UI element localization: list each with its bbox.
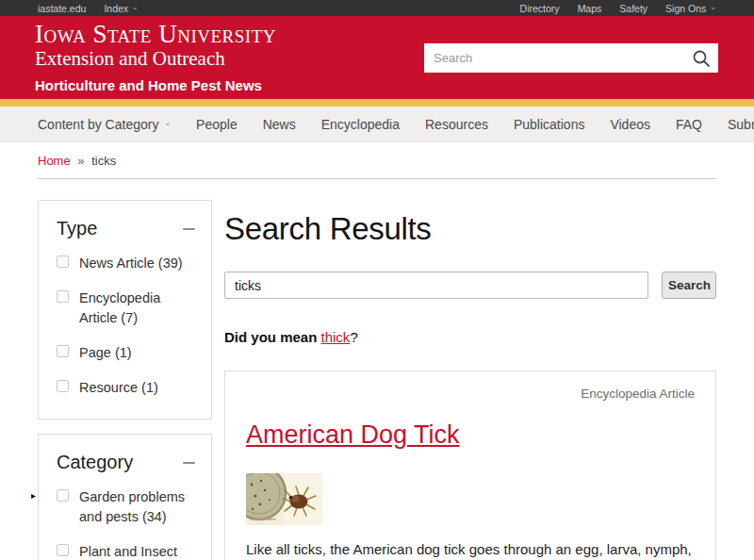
facet-category-header: Category: [53, 450, 197, 473]
expand-arrow-icon[interactable]: ▸: [31, 490, 36, 502]
search-icon[interactable]: [692, 49, 711, 72]
header-search: [424, 43, 718, 73]
nav-item-submit-a-sample[interactable]: Submit a Sample: [728, 117, 754, 132]
search-result-card: Encyclopedia Article American Dog Tick: [224, 371, 716, 560]
directory-link[interactable]: Directory: [520, 3, 560, 14]
result-thumbnail-image[interactable]: [246, 473, 322, 525]
sign-ons-label: Sign Ons: [665, 3, 706, 14]
content-layout: Type News Article (39) Encyclopedia Arti…: [38, 200, 716, 560]
breadcrumb-home-link[interactable]: Home: [38, 154, 71, 168]
chevron-down-icon: ⌄: [164, 120, 171, 127]
result-snippet: Like all ticks, the American dog tick go…: [246, 537, 695, 560]
index-menu-label: Index: [104, 3, 128, 14]
facet-category-title: Category: [57, 452, 133, 473]
facet-item-label: Plant and Insect Diagnostic Clinic (14): [79, 542, 197, 560]
facet-item-label: Encyclopedia Article (7): [79, 288, 197, 328]
facet-item-plant-insect-diagnostic-clinic[interactable]: Plant and Insect Diagnostic Clinic (14): [57, 542, 197, 560]
did-you-mean-suffix: ?: [350, 329, 357, 345]
breadcrumb-separator: »: [77, 154, 84, 168]
page-checkbox[interactable]: [57, 345, 69, 357]
masthead: Iowa State University Extension and Outr…: [0, 16, 754, 99]
did-you-mean: Did you mean thick?: [224, 329, 716, 345]
header-search-input[interactable]: [424, 43, 718, 73]
nav-item-encyclopedia[interactable]: Encyclopedia: [321, 117, 400, 132]
results-search-input[interactable]: [224, 272, 648, 299]
encyclopedia-article-checkbox[interactable]: [57, 290, 69, 303]
facet-item-page[interactable]: Page (1): [57, 343, 197, 363]
facet-type-items: News Article (39) Encyclopedia Article (…: [53, 254, 197, 398]
maps-link[interactable]: Maps: [578, 3, 602, 14]
facet-category-items: ▸ Garden problems and pests (34) Plant a…: [53, 487, 197, 560]
page-title: Search Results: [224, 211, 716, 247]
did-you-mean-prefix: Did you mean: [224, 329, 321, 345]
facet-item-encyclopedia-article[interactable]: Encyclopedia Article (7): [57, 288, 197, 328]
nav-item-publications[interactable]: Publications: [514, 117, 585, 132]
nav-item-videos[interactable]: Videos: [610, 117, 650, 132]
chevron-down-icon: ⌄: [710, 4, 716, 11]
breadcrumb: Home » ticks: [38, 142, 716, 179]
collapse-icon[interactable]: [183, 462, 195, 464]
facet-type-title: Type: [57, 218, 97, 239]
facet-item-label: Resource (1): [79, 378, 158, 398]
nav-item-resources[interactable]: Resources: [425, 117, 488, 132]
facet-item-label: Page (1): [79, 343, 132, 363]
facet-item-resource[interactable]: Resource (1): [57, 378, 197, 398]
result-type-badge: Encyclopedia Article: [246, 387, 695, 401]
sign-ons-menu[interactable]: Sign Ons ⌄: [665, 3, 716, 14]
iastate-edu-link[interactable]: iastate.edu: [38, 3, 86, 14]
diagnostic-clinic-checkbox[interactable]: [57, 544, 69, 556]
utility-bar-right: Directory Maps Safety Sign Ons ⌄: [520, 3, 716, 14]
nav-item-label: Content by Category: [38, 117, 158, 132]
facet-box-category: Category ▸ Garden problems and pests (34…: [38, 434, 212, 560]
index-menu[interactable]: Index ⌄: [104, 3, 138, 14]
nav-item-news[interactable]: News: [263, 117, 296, 132]
collapse-icon[interactable]: [183, 228, 195, 230]
garden-problems-checkbox[interactable]: [57, 489, 69, 502]
site-logo[interactable]: Iowa State University Extension and Outr…: [35, 22, 276, 92]
facet-item-label: Garden problems and pests (34): [79, 487, 197, 527]
facet-type-header: Type: [53, 216, 197, 239]
search-button[interactable]: Search: [662, 272, 716, 299]
university-wordmark: Iowa State University: [35, 22, 276, 47]
facet-item-news-article[interactable]: News Article (39): [57, 254, 197, 273]
chevron-down-icon: ⌄: [132, 4, 139, 11]
utility-bar: iastate.edu Index ⌄ Directory Maps Safet…: [0, 0, 754, 16]
breadcrumb-current: ticks: [91, 154, 116, 168]
facet-box-type: Type News Article (39) Encyclopedia Arti…: [38, 200, 212, 420]
safety-link[interactable]: Safety: [619, 3, 647, 14]
facet-item-garden-problems-and-pests[interactable]: ▸ Garden problems and pests (34): [57, 487, 197, 527]
utility-bar-left: iastate.edu Index ⌄: [38, 3, 139, 14]
gold-accent-stripe: [0, 99, 754, 107]
result-title-link[interactable]: American Dog Tick: [246, 420, 460, 450]
facet-sidebar: Type News Article (39) Encyclopedia Arti…: [38, 200, 212, 560]
resource-checkbox[interactable]: [57, 380, 69, 392]
site-title: Horticulture and Home Pest News: [35, 77, 276, 93]
nav-item-people[interactable]: People: [196, 117, 238, 132]
did-you-mean-suggestion-link[interactable]: thick: [321, 329, 351, 345]
nav-item-content-by-category[interactable]: Content by Category ⌄: [38, 117, 171, 132]
news-article-checkbox[interactable]: [57, 255, 69, 268]
facet-item-label: News Article (39): [79, 254, 183, 273]
results-search-form: Search: [224, 272, 716, 299]
division-wordmark: Extension and Outreach: [35, 48, 276, 70]
main-navigation: Content by Category ⌄ People News Encycl…: [0, 107, 754, 142]
search-results-main: Search Results Search Did you mean thick…: [224, 200, 716, 560]
nav-item-faq[interactable]: FAQ: [676, 117, 702, 132]
